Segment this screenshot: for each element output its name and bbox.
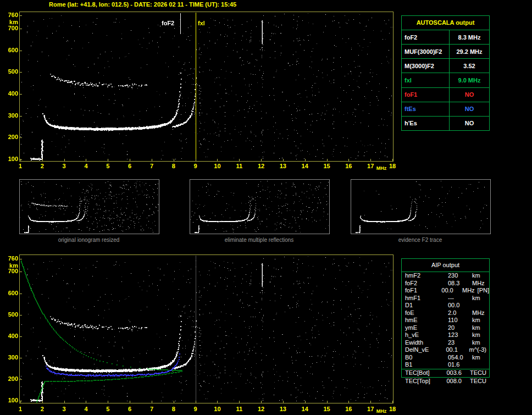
aip-unit: km bbox=[471, 317, 480, 324]
y-axis-tick-label: 200 bbox=[3, 375, 18, 383]
aip-note bbox=[480, 354, 483, 362]
x-axis-tick-label: 8 bbox=[172, 406, 175, 413]
aip-note bbox=[480, 272, 483, 280]
aip-value: 003.6 bbox=[446, 369, 469, 377]
ionogram-plot-top bbox=[19, 12, 394, 162]
aip-row-D1: D100.0 bbox=[402, 302, 489, 309]
x-axis-tick-label: 4 bbox=[84, 163, 87, 170]
thumbnail-evidence-f2 bbox=[351, 179, 491, 234]
aip-value: 00.0 bbox=[441, 287, 461, 295]
x-axis-tick-label: 15 bbox=[323, 406, 330, 413]
aip-value: 01.6 bbox=[448, 361, 471, 369]
y-axis-tick-label: 400 bbox=[3, 333, 18, 340]
aip-unit: TECU bbox=[469, 369, 486, 377]
x-axis-tick-label: 17 bbox=[367, 163, 374, 170]
aip-value: 00.1 bbox=[446, 346, 468, 354]
aip-label: D1 bbox=[402, 302, 448, 309]
autoscala-window: Rome (lat: +41.8, lon: 012.5) - DATE: 20… bbox=[0, 0, 532, 415]
thumbnail-original-ionogram bbox=[19, 179, 159, 234]
aip-label: TEC[Bot] bbox=[402, 369, 446, 377]
y-axis-tick-label: 400 bbox=[3, 90, 18, 97]
y-axis-tick-label: 600 bbox=[3, 290, 18, 297]
aip-label: hmF2 bbox=[402, 272, 448, 280]
thumbnail-caption-original: original ionogram resized bbox=[19, 237, 159, 243]
aip-row-ymE: ymE20km bbox=[402, 324, 489, 332]
y-axis-tick-label: 100 bbox=[3, 397, 18, 404]
aip-row-hmE: hmE110km bbox=[402, 317, 489, 324]
x-axis-tick-label: 14 bbox=[302, 406, 308, 413]
aip-row-B1: B101.6 bbox=[402, 361, 489, 369]
aip-panel-title: AIP output bbox=[402, 259, 489, 272]
thumbnail-canvas-original bbox=[20, 180, 159, 234]
autoscala-row-value: 29.2 MHz bbox=[450, 45, 489, 58]
fof2-marker-label: foF2 bbox=[162, 20, 174, 26]
x-axis-unit-label: MHz bbox=[376, 165, 387, 172]
aip-value: 123 bbox=[448, 331, 471, 339]
autoscala-row-M(3000)F2: M(3000)F23.52 bbox=[402, 59, 489, 73]
aip-label: ymE bbox=[402, 324, 448, 332]
aip-label: foF2 bbox=[402, 280, 448, 287]
aip-note bbox=[485, 280, 487, 287]
x-axis-tick-label: 17 bbox=[367, 406, 374, 413]
aip-note: [PN] bbox=[475, 287, 489, 295]
aip-label: B0 bbox=[402, 354, 448, 362]
x-axis-tick-label: 1 bbox=[19, 406, 22, 413]
autoscala-row-foF2: foF28.3 MHz bbox=[402, 30, 489, 45]
aip-unit: m^(-3) bbox=[468, 346, 486, 354]
aip-note bbox=[480, 295, 483, 302]
y-axis-unit-label: km bbox=[3, 262, 18, 269]
x-axis-tick-label: 12 bbox=[258, 163, 264, 170]
x-axis-tick-label: 7 bbox=[150, 406, 153, 413]
autoscala-row-value: NO bbox=[450, 102, 489, 116]
y-axis-tick-label: 200 bbox=[3, 134, 18, 141]
autoscala-row-value: 9.0 MHz bbox=[450, 73, 489, 87]
aip-note bbox=[472, 302, 475, 309]
aip-row-hmF2: hmF2230km bbox=[402, 272, 489, 280]
y-axis-unit-label: km bbox=[3, 19, 18, 26]
aip-unit: km bbox=[471, 272, 480, 280]
y-axis-tick-label: 760 bbox=[3, 255, 18, 262]
x-axis-tick-label: 3 bbox=[63, 163, 66, 170]
aip-note bbox=[485, 309, 487, 317]
y-axis-tick-label: 300 bbox=[3, 112, 18, 119]
x-axis-tick-label: 5 bbox=[106, 406, 109, 413]
autoscala-row-value: NO bbox=[450, 117, 489, 130]
y-axis-tick-label: 500 bbox=[3, 68, 18, 75]
x-axis-tick-label: 18 bbox=[389, 163, 396, 170]
x-axis-tick-label: 1 bbox=[19, 163, 22, 170]
x-axis-tick-label: 2 bbox=[41, 163, 44, 170]
aip-unit: km bbox=[471, 331, 480, 339]
x-axis-tick-label: 16 bbox=[345, 406, 352, 413]
thumbnail-caption-evidence: evidence F2 trace bbox=[350, 237, 490, 243]
x-axis-tick-label: 9 bbox=[194, 406, 197, 413]
aip-note bbox=[486, 346, 489, 354]
aip-row-TEC[Bot]: TEC[Bot]003.6TECU bbox=[402, 369, 489, 377]
x-axis-tick-label: 18 bbox=[389, 406, 396, 413]
x-axis-tick-label: 9 bbox=[194, 163, 197, 170]
y-axis-tick-label: 760 bbox=[3, 12, 18, 19]
x-axis-tick-label: 11 bbox=[236, 406, 242, 413]
autoscala-row-value: 3.52 bbox=[450, 59, 489, 73]
aip-label: h_vE bbox=[402, 331, 448, 339]
aip-row-B0: B0054.0km bbox=[402, 354, 489, 362]
aip-label: Ewidth bbox=[402, 339, 448, 347]
aip-note bbox=[480, 331, 483, 339]
autoscala-output-panel: AUTOSCALA output foF28.3 MHzMUF(3000)F22… bbox=[401, 15, 490, 131]
thumbnail-caption-eliminate: eliminate multiple reflections bbox=[189, 237, 329, 243]
aip-label: hmE bbox=[402, 317, 448, 324]
autoscala-row-ftEs: ftEsNO bbox=[402, 102, 489, 117]
aip-unit: km bbox=[471, 295, 480, 302]
y-axis-tick-label: 500 bbox=[3, 311, 18, 318]
autoscala-row-label: foF2 bbox=[402, 30, 450, 44]
aip-label: foE bbox=[402, 309, 448, 317]
autoscala-row-fxl: fxl9.0 MHz bbox=[402, 73, 489, 87]
aip-unit: MHz bbox=[461, 287, 475, 295]
aip-row-TEC[Top]: TEC[Top]008.0TECU bbox=[402, 378, 489, 385]
autoscala-row-foF1: foF1NO bbox=[402, 88, 489, 102]
aip-row-foE: foE2.0MHz bbox=[402, 309, 489, 317]
aip-value: 2.0 bbox=[448, 309, 471, 317]
autoscala-row-label: ftEs bbox=[402, 102, 450, 116]
x-axis-tick-label: 8 bbox=[172, 163, 175, 170]
aip-unit: km bbox=[471, 324, 480, 332]
aip-note bbox=[472, 361, 475, 369]
